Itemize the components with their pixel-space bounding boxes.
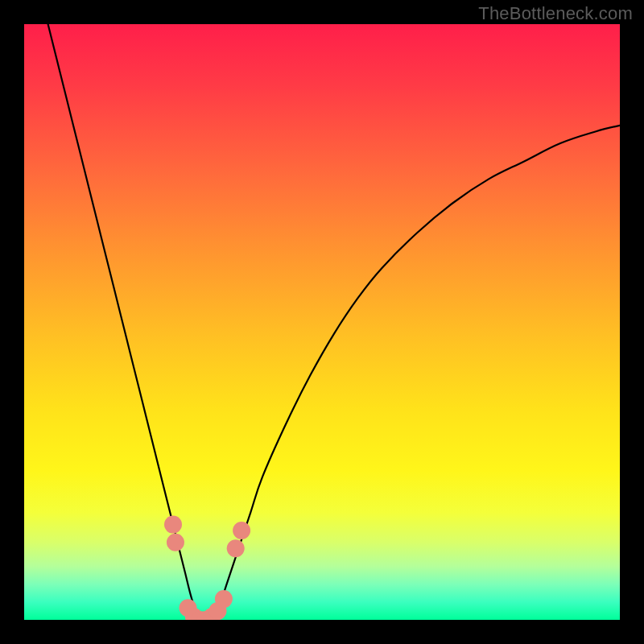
highlight-marker xyxy=(233,522,250,539)
chart-frame: TheBottleneck.com xyxy=(0,0,644,644)
highlight-markers xyxy=(164,516,250,620)
curve-layer xyxy=(24,24,620,620)
highlight-marker xyxy=(215,590,233,608)
highlight-marker xyxy=(227,539,245,557)
watermark-text: TheBottleneck.com xyxy=(478,3,633,24)
highlight-marker xyxy=(164,516,182,534)
highlight-marker xyxy=(167,534,184,551)
plot-area xyxy=(24,24,620,620)
bottleneck-curve xyxy=(48,24,620,620)
